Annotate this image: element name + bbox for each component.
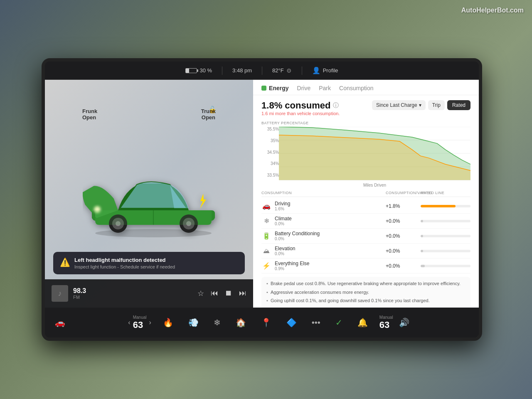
tab-park[interactable]: Park	[319, 85, 331, 91]
elevation-sub: 0.0%	[275, 251, 295, 256]
tesla-screen: 30 % 3:48 pm 82°F ⚙ 👤 Profile	[42, 58, 482, 341]
since-label: Since Last Charge	[376, 102, 417, 108]
energy-chart: BATTERY PERCENTAGE 35.5% 35% 34.5% 34% 3…	[261, 121, 470, 187]
since-dropdown[interactable]: Since Last Charge ▾	[372, 100, 426, 110]
temp-left-control: ‹ Manual 63 ›	[128, 315, 151, 330]
frunk-label: Frunk Open	[82, 108, 97, 121]
y-label-1: 35.5%	[261, 127, 279, 131]
consumed-info: 1.8% consumed ⓘ 1.6 mi more than vehicle…	[261, 100, 340, 119]
other-sub: 0.9%	[275, 266, 309, 271]
album-art: ♪	[52, 285, 68, 302]
temperature-display: 82°F ⚙	[272, 67, 292, 74]
other-value: +0.0%	[386, 263, 419, 269]
main-area: Frunk Open 🔓 Trunk Open	[45, 80, 479, 308]
watermark: AutoHelperBot.com	[461, 7, 524, 14]
taskbar-left: 🚗	[52, 314, 69, 331]
temp-left-value: 63	[133, 320, 147, 330]
trunk-label: Trunk Open	[201, 108, 216, 121]
tab-consumption[interactable]: Consumption	[339, 85, 374, 91]
home-icon[interactable]: 🏠	[232, 314, 249, 331]
temp-left-decrease[interactable]: ‹	[128, 319, 130, 326]
y-label-3: 34.5%	[261, 150, 279, 155]
elevation-item: ⛰ Elevation 0.0%	[261, 246, 384, 256]
driving-icon: 🚗	[261, 201, 271, 211]
battery-cond-item: 🔋 Battery Conditioning 0.0%	[261, 231, 384, 241]
info-icon[interactable]: ⓘ	[333, 102, 339, 109]
trip-button[interactable]: Trip	[428, 100, 445, 110]
profile-icon: 👤	[312, 66, 320, 74]
volume-icon[interactable]: 🔊	[396, 314, 413, 331]
consumed-title-row: 1.8% consumed ⓘ	[261, 100, 340, 111]
battery-cond-bar	[421, 235, 470, 237]
elevation-bar	[421, 250, 470, 252]
battery-cond-icon: 🔋	[261, 231, 271, 241]
station-type: FM	[73, 295, 192, 300]
temp-left-increase[interactable]: ›	[149, 319, 151, 326]
consumption-row-climate: ❄ Climate 0.0% +0.0%	[261, 214, 470, 229]
x-axis-label: Miles Driven	[279, 183, 470, 187]
temp-right-value: 63	[379, 320, 393, 330]
temp-right-label: Manual	[379, 315, 393, 320]
alert-title: Left headlight malfunction detected	[74, 257, 175, 263]
driving-bar	[421, 205, 470, 207]
right-panel: Energy Drive Park Consumption 1.8% consu…	[253, 80, 479, 308]
alert-warning-icon: ⚠️	[60, 257, 70, 267]
music-info: 98.3 FM	[73, 287, 192, 300]
other-item: ⚡ Everything Else 0.9%	[261, 261, 384, 271]
battery-percent: 30 %	[200, 67, 212, 74]
y-label-4: 34%	[261, 161, 279, 166]
consumed-section: 1.8% consumed ⓘ 1.6 mi more than vehicle…	[261, 100, 470, 119]
nav-icon[interactable]: 📍	[258, 314, 275, 331]
alert-subtitle: Inspect light function - Schedule servic…	[74, 264, 175, 269]
taskbar: 🚗 ‹ Manual 63 › 🔥 💨 ❄ 🏠 📍 🔷	[45, 308, 479, 337]
favorite-button[interactable]: ☆	[197, 289, 204, 298]
profile-section[interactable]: 👤 Profile	[312, 66, 338, 74]
consumption-section: CONSUMPTION CONSUMPTION/VARIED RATED LIN…	[261, 191, 470, 273]
climate-bar	[421, 220, 470, 222]
tip-2-bullet: •	[266, 289, 268, 296]
col-header-rated: RATED LINE	[421, 191, 470, 195]
stop-button[interactable]: ⏹	[225, 289, 232, 298]
tip-3: • Going uphill cost 0.1%, and going down…	[266, 297, 466, 304]
fan-icon[interactable]: 💨	[185, 314, 202, 331]
tip-1: • Brake pedal use cost 0.8%. Use regener…	[266, 280, 466, 287]
time-display: 3:48 pm	[232, 67, 252, 74]
ac-icon[interactable]: ❄	[210, 314, 224, 331]
prev-button[interactable]: ⏮	[211, 289, 218, 298]
tab-energy-label: Energy	[269, 85, 288, 91]
energy-body: 1.8% consumed ⓘ 1.6 mi more than vehicle…	[253, 95, 479, 308]
tip-2-text: Aggressive acceleration consumes more en…	[271, 289, 369, 296]
energy-header: Energy Drive Park Consumption	[253, 80, 479, 95]
climate-item: ❄ Climate 0.0%	[261, 216, 384, 226]
rated-button[interactable]: Rated	[447, 100, 470, 110]
battery-icon	[185, 68, 197, 73]
next-button[interactable]: ⏭	[239, 289, 246, 298]
battery-cond-sub: 0.0%	[275, 236, 320, 241]
consumption-row-battery-cond: 🔋 Battery Conditioning 0.0% +0.0%	[261, 229, 470, 244]
consumption-row-driving: 🚗 Driving 1.6% +1.8%	[261, 199, 470, 214]
bluetooth-icon[interactable]: 🔷	[283, 314, 300, 331]
climate-icon: ❄	[261, 216, 271, 226]
music-bar: ♪ 98.3 FM ☆ ⏮ ⏹ ⏭	[45, 279, 253, 308]
tip-3-bullet: •	[266, 297, 268, 304]
consumption-row-elevation: ⛰ Elevation 0.0% +0.0%	[261, 244, 470, 259]
music-controls: ☆ ⏮ ⏹ ⏭	[197, 289, 246, 298]
energy-active-dot	[261, 86, 266, 91]
consumed-title: 1.8% consumed	[261, 100, 330, 111]
consumption-headers: CONSUMPTION CONSUMPTION/VARIED RATED LIN…	[261, 191, 470, 197]
other-bar	[421, 265, 470, 267]
alert-notification-icon[interactable]: 🔔	[354, 314, 371, 331]
chevron-down-icon: ▾	[419, 102, 421, 108]
tip-1-text: Brake pedal use cost 0.8%. Use regenerat…	[271, 280, 461, 287]
driving-value: +1.8%	[386, 203, 419, 209]
check-icon[interactable]: ✓	[332, 314, 346, 331]
more-icon[interactable]: •••	[308, 315, 324, 331]
tab-drive[interactable]: Drive	[297, 85, 311, 91]
car-home-icon[interactable]: 🚗	[52, 314, 69, 331]
heat-icon[interactable]: 🔥	[160, 314, 177, 331]
tab-energy[interactable]: Energy	[261, 85, 288, 91]
car-visual	[83, 156, 216, 239]
driving-item: 🚗 Driving 1.6%	[261, 201, 384, 211]
tip-2: • Aggressive acceleration consumes more …	[266, 289, 466, 296]
battery-status: 30 %	[185, 67, 212, 74]
